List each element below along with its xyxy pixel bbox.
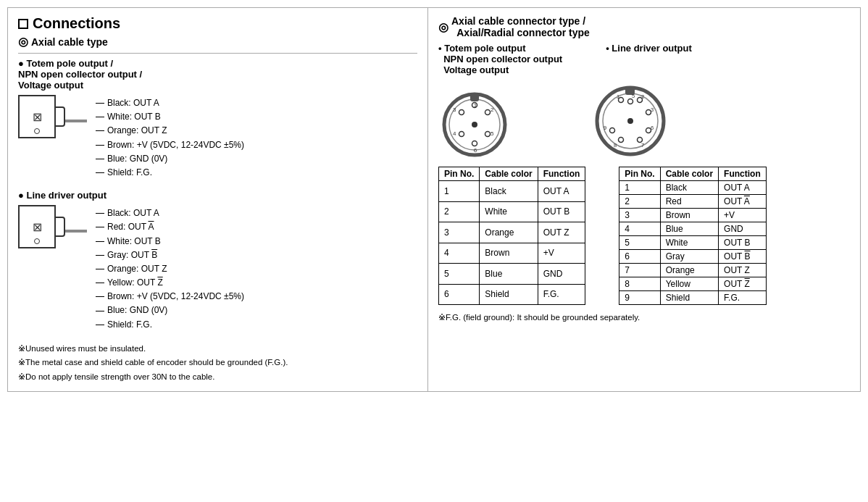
dash [96, 255, 104, 256]
dash [96, 103, 104, 104]
ld-wire-1: Black: OUT A [96, 206, 244, 220]
table-row: 2 Red OUT A [619, 195, 766, 209]
totem-pole-diagram: ⊠ Black: OUT A White: OUT B [18, 95, 417, 180]
9pin-svg: 1 2 3 4 5 6 [591, 80, 670, 159]
connectors-row: 1 2 3 4 5 6 [438, 80, 850, 159]
left-panel: Connections ◎ Axial cable type ● Totem p… [8, 8, 428, 391]
svg-text:6: 6 [651, 125, 654, 131]
right-subtitle: ◎ Axial cable connector type / Axial/Rad… [438, 15, 850, 38]
table-row: 5 White OUT B [619, 236, 766, 250]
svg-rect-2 [470, 93, 479, 101]
svg-text:5: 5 [491, 130, 494, 137]
dash [96, 325, 104, 325]
connections-title: Connections [33, 15, 120, 32]
svg-text:2: 2 [641, 93, 644, 100]
svg-point-6 [485, 110, 491, 115]
enc-body-2: ⊠ [18, 205, 56, 248]
svg-point-10 [459, 132, 464, 137]
right-panel: ◎ Axial cable connector type / Axial/Rad… [428, 8, 860, 391]
wire-3: Orange: OUT Z [96, 124, 244, 138]
dash [96, 227, 104, 227]
svg-text:5: 5 [632, 93, 635, 99]
totem-pole-section: ● Totem pole output /NPN open collector … [18, 58, 417, 180]
tables-row: Pin No. Cable color Function 1 Black OUT… [438, 167, 850, 305]
overline-a2: A [744, 196, 750, 206]
totem-pole-wire-labels: Black: OUT A White: OUT B Orange: OUT Z … [96, 96, 244, 180]
wire-2: White: OUT B [96, 110, 244, 124]
svg-text:9: 9 [604, 125, 606, 131]
axial-cable-subtitle: ◎ Axial cable type [18, 35, 417, 49]
dash [96, 159, 104, 159]
dash [96, 296, 104, 297]
svg-text:7: 7 [641, 142, 644, 148]
svg-text:4: 4 [453, 130, 456, 137]
circle-icon: ◎ [18, 35, 28, 49]
dash [96, 172, 104, 173]
right-note-1: ※F.G. (field ground): It should be groun… [438, 312, 850, 322]
6pin-svg: 1 2 3 4 5 6 [438, 87, 511, 159]
svg-point-35 [610, 128, 615, 133]
line-driver-diagram: ⊠ Black: OUT A Red: OUT A [18, 205, 417, 332]
dash [96, 283, 104, 283]
wire-5: Blue: GND (0V) [96, 152, 244, 166]
divider [18, 53, 417, 54]
ld-wire-6: Yellow: OUT Z [96, 276, 244, 290]
table-row: 3 Orange OUT Z [439, 222, 585, 243]
enc-circle [34, 128, 40, 134]
main-container: Connections ◎ Axial cable type ● Totem p… [7, 7, 861, 392]
ld-wire-8: Blue: GND (0V) [96, 304, 244, 317]
svg-point-27 [628, 99, 633, 104]
line-driver-wire-labels: Black: OUT A Red: OUT A White: OUT B Gra… [96, 206, 244, 332]
table-row: 8 Yellow OUT Z [619, 277, 766, 291]
svg-text:3: 3 [651, 106, 654, 113]
dash [96, 117, 104, 117]
ld-wire-7: Brown: +V (5VDC, 12-24VDC ±5%) [96, 290, 244, 304]
pin-table-6: Pin No. Cable color Function 1 Black OUT… [438, 167, 585, 305]
col-cable-color: Cable color [480, 167, 538, 181]
table-row: 6 Gray OUT B [619, 250, 766, 264]
col-cable-color-2: Cable color [660, 167, 718, 181]
dash [96, 241, 104, 242]
table-row: 5 Blue GND [439, 264, 585, 285]
pin-table-9: Pin No. Cable color Function 1 Black OUT… [619, 167, 766, 305]
enc-cable-1 [65, 120, 87, 122]
overline-b2: B [745, 251, 751, 262]
note-1: ※Unused wires must be insulated. [18, 342, 417, 356]
ld-wire-3: White: OUT B [96, 235, 244, 248]
line-driver-output-label: • Line driver output [606, 43, 692, 75]
table-row: 4 Blue GND [619, 222, 766, 236]
svg-point-8 [459, 110, 464, 115]
encoder-box-1: ⊠ [18, 95, 87, 138]
col-function-2: Function [719, 167, 767, 181]
ld-wire-2: Red: OUT A [96, 220, 244, 234]
dash [96, 269, 104, 269]
right-notes: ※F.G. (field ground): It should be groun… [438, 312, 850, 322]
svg-text:4: 4 [633, 115, 635, 122]
x-mark: ⊠ [33, 110, 42, 124]
table-row: 4 Brown +V [439, 243, 585, 264]
enc-circle-2 [34, 238, 40, 244]
enc-body-1: ⊠ [18, 95, 56, 138]
table-row: 1 Black OUT A [619, 181, 766, 195]
col-function: Function [538, 167, 585, 181]
svg-point-33 [619, 138, 624, 143]
table-row: 1 Black OUT A [439, 181, 585, 202]
col-pin-no: Pin No. [439, 167, 480, 181]
svg-text:6: 6 [474, 147, 477, 154]
section-title: Connections [18, 15, 417, 32]
svg-text:3: 3 [453, 106, 456, 113]
table-row: 9 Shield F.G. [619, 291, 766, 305]
col-pin-no-2: Pin No. [619, 167, 660, 181]
ld-wire-4: Gray: OUT B [96, 248, 244, 262]
enc-connector-1 [55, 106, 65, 127]
svg-point-14 [472, 141, 477, 146]
encoder-box-2: ⊠ [18, 205, 87, 248]
line-driver-section: ● Line driver output ⊠ Black: OUT A [18, 190, 417, 332]
x-mark-2: ⊠ [33, 220, 42, 234]
enc-cable-2 [65, 230, 87, 233]
enc-connector-2 [55, 217, 65, 237]
overline-z2: Z [745, 279, 750, 289]
svg-point-12 [485, 132, 491, 137]
table-row: 2 White OUT B [439, 201, 585, 222]
svg-text:8: 8 [614, 142, 617, 148]
